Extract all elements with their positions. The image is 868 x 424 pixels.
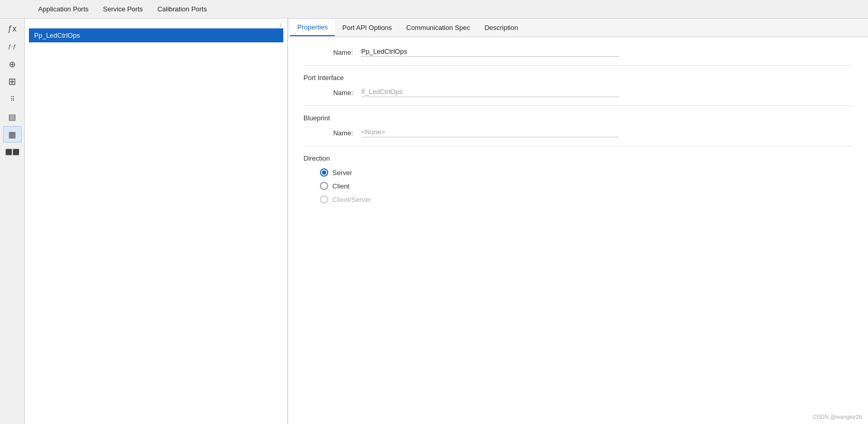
list-item-pp-ledctrlops[interactable]: Pp_LedCtrlOps — [29, 28, 283, 42]
port-interface-section-label: Port Interface — [303, 74, 853, 82]
name-field-row: Name: Pp_LedCtrlOps — [312, 48, 853, 57]
toolbar-layers-button[interactable]: ▤ — [3, 108, 22, 125]
blueprint-section-label: Blueprint — [303, 114, 853, 122]
radio-server[interactable]: Server — [320, 168, 853, 177]
radio-client-server-label: Client/Server — [332, 196, 371, 203]
divider-2 — [303, 105, 853, 106]
port-interface-name-label: Name: — [312, 89, 353, 97]
left-toolbar: ƒx ƒ·ƒ ⊕ ⊞ ⠿ ▤ ▦ ⬛⬛ — [0, 19, 25, 424]
toolbar-diagram-button[interactable]: ⬛⬛ — [3, 144, 22, 160]
fx-icon: ƒx — [8, 24, 17, 34]
tab-port-api-options[interactable]: Port API Options — [335, 20, 399, 36]
tab-communication-spec[interactable]: Communication Spec — [399, 20, 477, 36]
direction-radio-group: Server Client Client/Server — [320, 168, 853, 203]
toolbar-arrow-button[interactable]: ⊕ — [3, 56, 22, 72]
blueprint-name-value[interactable]: <None> — [361, 128, 619, 137]
diagram-icon: ⬛⬛ — [5, 149, 20, 155]
radio-client-server[interactable]: Client/Server — [320, 195, 853, 203]
fxfx-icon: ƒ·ƒ — [8, 43, 16, 50]
name-value[interactable]: Pp_LedCtrlOps — [361, 48, 619, 57]
radio-server-circle — [320, 168, 328, 177]
layers-icon: ▤ — [8, 112, 16, 122]
watermark: CSDN @wangke2b — [812, 414, 862, 420]
toolbar-grid-button[interactable]: ⊞ — [3, 73, 22, 90]
tab-application-ports[interactable]: Application Ports — [31, 1, 96, 17]
radio-client[interactable]: Client — [320, 182, 853, 190]
blueprint-name-row: Name: <None> — [312, 128, 853, 137]
tab-service-ports[interactable]: Service Ports — [96, 1, 150, 17]
port-interface-name-row: Name: If_LedCtrlOps — [312, 88, 853, 97]
port-list: Pp_LedCtrlOps — [29, 28, 283, 420]
toolbar-table-button[interactable]: ▦ — [3, 126, 22, 143]
name-label: Name: — [312, 49, 353, 56]
right-panel: Properties Port API Options Communicatio… — [288, 19, 868, 424]
direction-section: Direction Server Client C — [303, 154, 853, 203]
divider-1 — [303, 65, 853, 66]
toolbar-fxfx-button[interactable]: ƒ·ƒ — [3, 38, 22, 55]
toolbar-fx-button[interactable]: ƒx — [3, 21, 22, 37]
main-layout: ƒx ƒ·ƒ ⊕ ⊞ ⠿ ▤ ▦ ⬛⬛ / Pp_LedCtrlOps — [0, 19, 868, 424]
divider-3 — [303, 146, 853, 146]
direction-section-label: Direction — [303, 154, 853, 162]
dots-icon: ⠿ — [10, 96, 14, 103]
radio-server-label: Server — [332, 169, 352, 177]
radio-client-circle — [320, 182, 328, 190]
tab-calibration-ports[interactable]: Calibration Ports — [150, 1, 214, 17]
grid-icon: ⊞ — [8, 76, 16, 87]
top-tab-bar: Application Ports Service Ports Calibrat… — [0, 0, 868, 19]
table-icon: ▦ — [8, 130, 16, 139]
property-tabs: Properties Port API Options Communicatio… — [288, 19, 868, 37]
arrow-icon: ⊕ — [9, 59, 15, 69]
scroll-indicator: / — [29, 23, 283, 28]
port-interface-name-value[interactable]: If_LedCtrlOps — [361, 88, 619, 97]
radio-client-label: Client — [332, 182, 349, 190]
tab-description[interactable]: Description — [477, 20, 525, 36]
properties-content: Name: Pp_LedCtrlOps Port Interface Name:… — [288, 37, 868, 424]
blueprint-name-label: Name: — [312, 129, 353, 137]
left-panel: / Pp_LedCtrlOps — [25, 19, 288, 424]
tab-properties[interactable]: Properties — [290, 19, 335, 36]
radio-client-server-circle — [320, 195, 328, 203]
toolbar-dots-button[interactable]: ⠿ — [3, 91, 22, 107]
